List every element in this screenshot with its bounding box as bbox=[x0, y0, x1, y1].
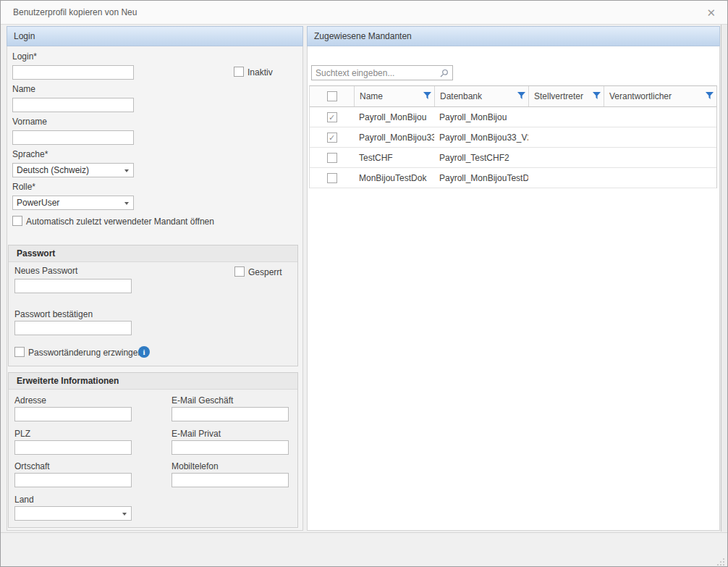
resize-grip[interactable] bbox=[716, 558, 725, 566]
table-row[interactable]: ✓ Payroll_MonBijou Payroll_MonBijou bbox=[310, 107, 716, 127]
email-privat-label: E-Mail Privat bbox=[172, 429, 221, 439]
cell-name: MonBijouTestDok bbox=[354, 173, 434, 183]
cell-name: Payroll_MonBijou bbox=[354, 112, 434, 122]
column-header-verantwortlicher[interactable]: Verantwortlicher bbox=[604, 86, 716, 106]
inaktiv-checkbox[interactable] bbox=[234, 67, 244, 77]
vorname-label: Vorname bbox=[12, 117, 47, 127]
table-row[interactable]: ✓ Payroll_MonBijou33_V2 Payroll_MonBijou… bbox=[310, 127, 716, 148]
auto-mandant-label: Automatisch zuletzt verwendeter Mandant … bbox=[26, 217, 214, 227]
row-checkbox[interactable] bbox=[327, 173, 337, 183]
rolle-select[interactable]: PowerUser bbox=[12, 196, 134, 210]
filter-icon[interactable] bbox=[423, 92, 431, 100]
column-header-datenbank[interactable]: Datenbank bbox=[434, 86, 528, 106]
row-checkbox[interactable] bbox=[327, 153, 337, 163]
login-panel-title: Login bbox=[14, 31, 35, 41]
search-input[interactable] bbox=[312, 66, 439, 80]
window-title: Benutzerprofil kopieren von Neu bbox=[13, 1, 137, 25]
chevron-down-icon bbox=[122, 513, 127, 516]
footer-bar: OK Abbrechen bbox=[1, 532, 727, 567]
select-all-checkbox[interactable] bbox=[327, 91, 337, 101]
chevron-down-icon bbox=[124, 202, 129, 205]
cell-name: TestCHF bbox=[354, 153, 434, 163]
rolle-label: Rolle* bbox=[12, 182, 35, 192]
sprache-value: Deutsch (Schweiz) bbox=[17, 165, 89, 175]
ortschaft-input[interactable] bbox=[14, 473, 132, 487]
cell-datenbank: Payroll_MonBijou bbox=[434, 112, 528, 122]
column-header-name[interactable]: Name bbox=[354, 86, 434, 106]
mandanten-table: Name Datenbank Stellvertreter Verantwort… bbox=[309, 85, 717, 188]
select-all-header[interactable] bbox=[310, 86, 354, 106]
chevron-down-icon bbox=[124, 169, 129, 172]
adresse-label: Adresse bbox=[14, 395, 46, 406]
mandanten-search bbox=[311, 65, 453, 80]
login-input[interactable] bbox=[12, 65, 134, 80]
sprache-label: Sprache* bbox=[12, 149, 48, 159]
mobiltelefon-input[interactable] bbox=[172, 473, 289, 487]
column-header-stellvertreter[interactable]: Stellvertreter bbox=[528, 86, 604, 106]
rolle-value: PowerUser bbox=[17, 198, 59, 208]
auto-mandant-checkbox[interactable] bbox=[12, 216, 22, 226]
neues-passwort-input[interactable] bbox=[14, 279, 132, 293]
passwortaenderung-label: Passwortänderung erzwingen bbox=[28, 348, 143, 358]
name-input[interactable] bbox=[12, 98, 134, 112]
passwort-bestaetigen-label: Passwort bestätigen bbox=[14, 309, 93, 319]
passwortaenderung-checkbox[interactable] bbox=[14, 347, 25, 357]
titlebar: Benutzerprofil kopieren von Neu ✕ bbox=[1, 1, 727, 25]
login-panel-header: Login bbox=[7, 26, 303, 46]
plz-label: PLZ bbox=[14, 429, 30, 439]
cell-datenbank: Payroll_MonBijou33_V2 bbox=[434, 133, 528, 143]
land-select[interactable] bbox=[14, 506, 132, 521]
gesperrt-label: Gesperrt bbox=[248, 267, 282, 277]
plz-input[interactable] bbox=[14, 440, 132, 455]
passwort-group: Passwort Neues Passwort Gesperrt Passwor… bbox=[8, 245, 298, 366]
erweiterte-group-header: Erweiterte Informationen bbox=[9, 373, 297, 390]
erweiterte-informationen-group: Erweiterte Informationen Adresse E-Mail … bbox=[8, 372, 298, 528]
gesperrt-checkbox[interactable] bbox=[234, 266, 245, 277]
cell-datenbank: Payroll_MonBijouTestDok bbox=[434, 173, 528, 183]
email-geschaeft-label: E-Mail Geschäft bbox=[172, 395, 233, 406]
info-icon[interactable]: i bbox=[138, 346, 150, 358]
filter-icon[interactable] bbox=[593, 92, 601, 100]
table-header-row: Name Datenbank Stellvertreter Verantwort… bbox=[310, 86, 716, 107]
cell-name: Payroll_MonBijou33_V2 bbox=[354, 133, 434, 143]
mandanten-panel-header: Zugewiesene Mandanten bbox=[307, 26, 720, 46]
mobiltelefon-label: Mobiltelefon bbox=[172, 461, 219, 471]
neues-passwort-label: Neues Passwort bbox=[14, 266, 77, 276]
email-privat-input[interactable] bbox=[172, 440, 289, 455]
sprache-select[interactable]: Deutsch (Schweiz) bbox=[12, 163, 134, 177]
passwort-bestaetigen-input[interactable] bbox=[14, 321, 132, 335]
right-gutter bbox=[721, 25, 728, 532]
land-label: Land bbox=[14, 495, 34, 505]
cell-datenbank: Payroll_TestCHF2 bbox=[434, 153, 528, 163]
ortschaft-label: Ortschaft bbox=[14, 461, 50, 471]
email-geschaeft-input[interactable] bbox=[172, 407, 289, 421]
dialog-benutzerprofil-kopieren: Benutzerprofil kopieren von Neu ✕ Login … bbox=[0, 0, 728, 567]
filter-icon[interactable] bbox=[517, 92, 525, 100]
table-row[interactable]: TestCHF Payroll_TestCHF2 bbox=[310, 148, 716, 168]
close-icon[interactable]: ✕ bbox=[706, 1, 716, 25]
mandanten-panel-title: Zugewiesene Mandanten bbox=[314, 31, 412, 41]
adresse-input[interactable] bbox=[14, 407, 132, 421]
table-row[interactable]: MonBijouTestDok Payroll_MonBijouTestDok bbox=[310, 168, 716, 188]
name-label: Name bbox=[12, 84, 35, 94]
filter-icon[interactable] bbox=[706, 92, 714, 100]
vorname-input[interactable] bbox=[12, 130, 134, 145]
passwort-group-header: Passwort bbox=[9, 245, 297, 262]
row-checkbox[interactable]: ✓ bbox=[327, 133, 337, 143]
login-label: Login* bbox=[12, 51, 37, 62]
search-icon bbox=[439, 69, 449, 78]
inaktiv-label: Inaktiv bbox=[247, 67, 273, 77]
row-checkbox[interactable]: ✓ bbox=[327, 112, 337, 122]
